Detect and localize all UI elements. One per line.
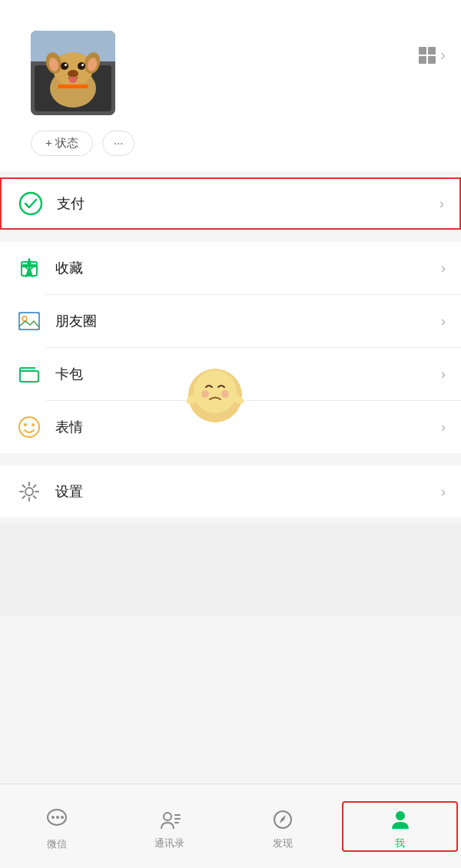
discover-nav-label: 发现 [273, 837, 293, 850]
svg-point-29 [25, 488, 33, 495]
main-menu-section: 收藏 › 朋友圈 › 卡包 › [0, 242, 461, 453]
emoji-chevron: › [441, 419, 446, 436]
emoji-icon [15, 413, 43, 441]
svg-point-34 [164, 813, 171, 820]
section-divider-2 [0, 236, 461, 242]
contacts-nav-icon [158, 809, 181, 833]
svg-rect-24 [19, 313, 39, 330]
payment-chevron: › [439, 196, 444, 212]
profile-chevron: › [440, 46, 446, 64]
favorites-label: 收藏 [55, 259, 441, 277]
wallet-chevron: › [441, 366, 446, 383]
wallet-icon [15, 360, 43, 388]
settings-chevron: › [441, 484, 446, 500]
bottom-navigation: 微信 通讯录 发现 [0, 784, 461, 868]
svg-point-28 [32, 423, 35, 426]
svg-point-26 [19, 417, 39, 437]
svg-point-25 [22, 316, 27, 321]
svg-rect-23 [19, 313, 39, 330]
moments-label: 朋友圈 [55, 312, 441, 330]
more-button[interactable]: ··· [102, 131, 135, 156]
more-label: ··· [114, 136, 124, 149]
wechat-nav-icon [45, 807, 68, 834]
menu-item-wallet[interactable]: 卡包 › [0, 348, 461, 400]
discover-nav-icon [271, 809, 294, 833]
wechat-nav-label: 微信 [47, 837, 67, 851]
svg-point-27 [24, 423, 27, 426]
svg-point-15 [69, 77, 77, 83]
nav-item-me[interactable]: 我 [342, 801, 458, 852]
favorites-icon [15, 254, 43, 282]
menu-item-moments[interactable]: 朋友圈 › [0, 295, 461, 347]
svg-rect-16 [58, 84, 88, 88]
svg-point-33 [61, 816, 64, 819]
svg-point-17 [20, 193, 41, 214]
svg-rect-22 [19, 313, 39, 330]
favorites-chevron: › [441, 260, 446, 277]
grey-spacer [0, 524, 461, 616]
payment-icon [17, 190, 45, 217]
menu-item-payment[interactable]: 支付 › [0, 177, 461, 230]
profile-actions: + 状态 ··· [15, 131, 134, 156]
me-nav-label: 我 [395, 837, 405, 850]
avatar[interactable] [31, 31, 115, 115]
emoji-label: 表情 [55, 418, 441, 436]
nav-item-contacts[interactable]: 通讯录 [113, 803, 226, 850]
status-label: + 状态 [45, 136, 78, 151]
moments-icon [15, 307, 43, 335]
moments-chevron: › [441, 313, 446, 330]
settings-label: 设置 [55, 482, 441, 501]
svg-point-10 [61, 62, 68, 70]
payment-label: 支付 [57, 194, 439, 213]
qr-icon [419, 47, 436, 64]
svg-point-12 [65, 64, 67, 66]
nav-item-wechat[interactable]: 微信 [0, 801, 113, 851]
status-button[interactable]: + 状态 [31, 131, 93, 156]
me-nav-icon [389, 809, 412, 833]
svg-point-32 [56, 816, 59, 819]
menu-item-settings[interactable]: 设置 › [0, 465, 461, 518]
settings-section: 设置 › [0, 465, 461, 518]
qr-row[interactable]: › [419, 46, 446, 64]
svg-point-13 [81, 64, 84, 66]
svg-point-11 [78, 62, 85, 70]
contacts-nav-label: 通讯录 [154, 837, 184, 850]
nav-item-discover[interactable]: 发现 [226, 803, 339, 850]
menu-item-favorites[interactable]: 收藏 › [0, 242, 461, 294]
section-divider-1 [0, 171, 461, 177]
section-divider-3 [0, 459, 461, 465]
wallet-label: 卡包 [55, 365, 441, 383]
svg-point-31 [51, 816, 55, 819]
svg-point-40 [396, 811, 405, 820]
svg-marker-39 [280, 815, 286, 823]
settings-icon [15, 478, 43, 505]
payment-section: 支付 › [0, 177, 461, 230]
profile-section: › + 状态 ··· [0, 0, 461, 171]
menu-item-emoji[interactable]: 表情 › [0, 401, 461, 453]
svg-point-14 [68, 70, 78, 78]
